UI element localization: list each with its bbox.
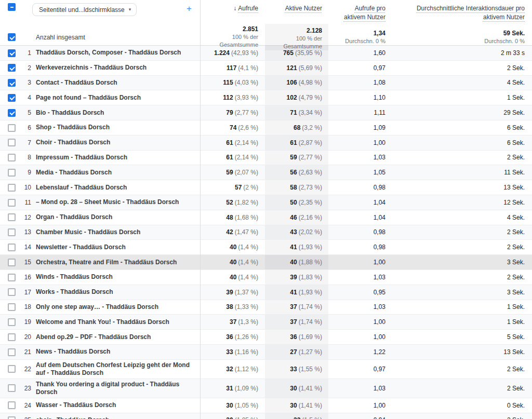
row-checkbox[interactable] — [8, 49, 16, 57]
table-row[interactable]: 8 Impressum - Thaddäus Dorsch 61(2,14 %)… — [0, 151, 532, 166]
table-row[interactable]: 3 Contact - Thaddäus Dorsch 115(4,03 %) … — [0, 76, 532, 91]
column-header-interaktionsdauer[interactable]: Durchschnittliche Interaktionsdauer pro … — [397, 0, 532, 22]
table-row[interactable]: 15 Orchestra, Theatre and Film - Thaddäu… — [0, 255, 532, 270]
cell-aktive-nutzer: 41(1,93 %) — [265, 240, 328, 254]
column-header-aufrufe-pro-nutzer[interactable]: Aufrufe pro aktivem Nutzer — [328, 0, 397, 22]
cell-interaktionsdauer: 2 Sek. — [397, 366, 532, 373]
row-checkbox[interactable] — [8, 184, 16, 192]
row-checkbox[interactable] — [8, 384, 16, 392]
row-checkbox[interactable] — [8, 169, 16, 177]
table-row[interactable]: 10 Lebenslauf - Thaddäus Dorsch 57(2 %) … — [0, 180, 532, 195]
row-number: 1 — [22, 49, 31, 57]
row-checkbox[interactable] — [8, 64, 16, 72]
table-row[interactable]: 11 – Mond op. 28 – Sheet Music - Thaddäu… — [0, 195, 532, 210]
row-number: 24 — [22, 402, 31, 409]
cell-aktive-nutzer: 106(4,98 %) — [265, 76, 328, 90]
row-checkbox[interactable] — [8, 401, 16, 409]
row-checkbox[interactable] — [8, 259, 16, 266]
table-row[interactable]: 1 Thaddäus Dorsch, Composer - Thaddäus D… — [0, 46, 532, 61]
row-checkbox[interactable] — [8, 274, 16, 281]
dimension-selector-dropdown[interactable]: Seitentitel und...ldschirmklasse ▾ — [32, 3, 137, 16]
table-row[interactable]: 21 News - Thaddäus Dorsch 33(1,16 %) 27(… — [0, 345, 532, 360]
row-number: 16 — [22, 274, 31, 281]
table-row[interactable]: 4 Page not found – Thaddäus Dorsch 112(3… — [0, 90, 532, 105]
row-checkbox[interactable] — [8, 213, 16, 221]
row-checkbox[interactable] — [8, 154, 16, 161]
row-checkbox[interactable] — [8, 318, 16, 326]
cell-aktive-nutzer: 68(3,2 %) — [265, 120, 328, 135]
cell-interaktionsdauer: 2 Sek. — [397, 64, 532, 72]
cell-aktive-nutzer: 121(5,69 %) — [265, 61, 328, 75]
row-checkbox[interactable] — [8, 124, 16, 132]
row-number: 11 — [22, 199, 31, 206]
cell-aufrufe: 33(1,16 %) — [200, 348, 265, 356]
cell-interaktionsdauer: 5 Sek. — [397, 333, 532, 341]
row-checkbox[interactable] — [8, 109, 16, 117]
row-checkbox[interactable] — [8, 94, 16, 102]
table-row[interactable]: 12 Organ - Thaddäus Dorsch 48(1,68 %) 46… — [0, 210, 532, 225]
cell-interaktionsdauer: 2 m 33 s — [397, 49, 532, 57]
row-number: 17 — [22, 289, 31, 296]
row-checkbox[interactable] — [8, 303, 16, 311]
row-checkbox[interactable] — [8, 199, 16, 207]
table-row[interactable]: 7 Choir - Thaddäus Dorsch 61(2,14 %) 61(… — [0, 136, 532, 151]
page-title-cell: Page not found – Thaddäus Dorsch — [31, 92, 200, 103]
table-row[interactable]: 9 Media - Thaddäus Dorsch 59(2,07 %) 56(… — [0, 165, 532, 180]
row-checkbox[interactable] — [8, 139, 16, 146]
cell-aktive-nutzer: 59(2,77 %) — [265, 151, 328, 165]
column-header-label: Aufrufe — [238, 5, 258, 12]
row-checkbox[interactable] — [8, 79, 16, 87]
cell-aufrufe-pro-nutzer: 0,98 — [328, 228, 397, 236]
cell-interaktionsdauer: 6 Sek. — [397, 124, 532, 131]
table-row[interactable]: 6 Shop - Thaddäus Dorsch 74(2,6 %) 68(3,… — [0, 120, 532, 136]
row-number: 20 — [22, 333, 31, 341]
row-checkbox[interactable] — [8, 228, 16, 236]
table-row[interactable]: 14 Newsletter - Thaddäus Dorsch 40(1,4 %… — [0, 240, 532, 255]
table-row[interactable]: 2 Werkeverzeichnis - Thaddäus Dorsch 117… — [0, 61, 532, 76]
cell-interaktionsdauer: 2 Sek. — [397, 385, 532, 392]
row-checkbox[interactable] — [8, 416, 16, 419]
row-checkbox[interactable] — [8, 348, 16, 356]
totals-checkbox[interactable] — [8, 33, 16, 41]
table-row[interactable]: 17 Works - Thaddäus Dorsch 39(1,37 %) 41… — [0, 285, 532, 300]
cell-aktive-nutzer: 30(1,41 %) — [265, 379, 328, 398]
row-number: 14 — [22, 244, 31, 251]
row-checkbox[interactable] — [8, 244, 16, 251]
cell-aufrufe-pro-nutzer: 1,00 — [328, 139, 397, 146]
table-row[interactable]: 5 Bio - Thaddäus Dorsch 79(2,77 %) 71(3,… — [0, 105, 532, 120]
dimension-selector-label: Seitentitel und...ldschirmklasse — [39, 6, 125, 13]
row-checkbox[interactable] — [8, 365, 16, 373]
table-row[interactable]: 13 Chamber Music - Thaddäus Dorsch 42(1,… — [0, 225, 532, 240]
cell-aufrufe-pro-nutzer: 1,60 — [328, 49, 397, 57]
page-title-cell: – Mond op. 28 – Sheet Music - Thaddäus D… — [31, 197, 200, 208]
cell-interaktionsdauer: 3 Sek. — [397, 259, 532, 266]
table-row[interactable]: 22 Auf dem Deutschen Chorfest Leipzig ge… — [0, 360, 532, 379]
column-header-label: Durchschnittliche Interaktionsdauer pro … — [417, 5, 525, 21]
row-checkbox[interactable] — [8, 333, 16, 341]
cell-aufrufe-pro-nutzer: 1,00 — [328, 402, 397, 409]
column-header-aktive-nutzer[interactable]: Aktive Nutzer — [265, 0, 328, 13]
table-row[interactable]: 16 Winds - Thaddäus Dorsch 40(1,4 %) 39(… — [0, 270, 532, 285]
chevron-down-icon: ▾ — [129, 7, 131, 12]
cell-aktive-nutzer: 102(4,79 %) — [265, 90, 328, 105]
table-row[interactable]: 23 Thank You ordering a digital product … — [0, 379, 532, 398]
cell-interaktionsdauer: 2 Sek. — [397, 416, 532, 419]
cell-aktive-nutzer: 50(2,35 %) — [265, 195, 328, 210]
column-header-aufrufe[interactable]: ↓Aufrufe — [200, 0, 265, 13]
cell-aktive-nutzer: 40(1,88 %) — [265, 255, 328, 269]
page-title-cell: Wasser - Thaddäus Dorsch — [31, 400, 200, 411]
cell-aktive-nutzer: 71(3,34 %) — [265, 105, 328, 120]
table-row[interactable]: 24 Wasser - Thaddäus Dorsch 30(1,05 %) 3… — [0, 398, 532, 413]
table-rows: 1 Thaddäus Dorsch, Composer - Thaddäus D… — [0, 46, 532, 419]
add-dimension-button[interactable]: + — [187, 4, 192, 13]
row-checkbox[interactable] — [8, 288, 16, 296]
dimension-header-cell: Seitentitel und...ldschirmklasse ▾ + — [31, 0, 200, 16]
table-row[interactable]: 25 choir - Thaddäus Dorsch 30(1,05 %) 32… — [0, 413, 532, 419]
totals-row: Anzahl insgesamt 2.851 100 % der Gesamts… — [0, 24, 532, 46]
table-row[interactable]: 19 Welcome and Thank You! - Thaddäus Dor… — [0, 315, 532, 330]
table-row[interactable]: 20 Abend op.29 – PDF - Thaddäus Dorsch 3… — [0, 330, 532, 345]
cell-aufrufe-pro-nutzer: 1,04 — [328, 214, 397, 221]
table-row[interactable]: 18 Only one step away… - Thaddäus Dorsch… — [0, 300, 532, 315]
cell-aufrufe: 30(1,05 %) — [200, 402, 265, 409]
select-all-checkbox[interactable] — [8, 3, 16, 11]
